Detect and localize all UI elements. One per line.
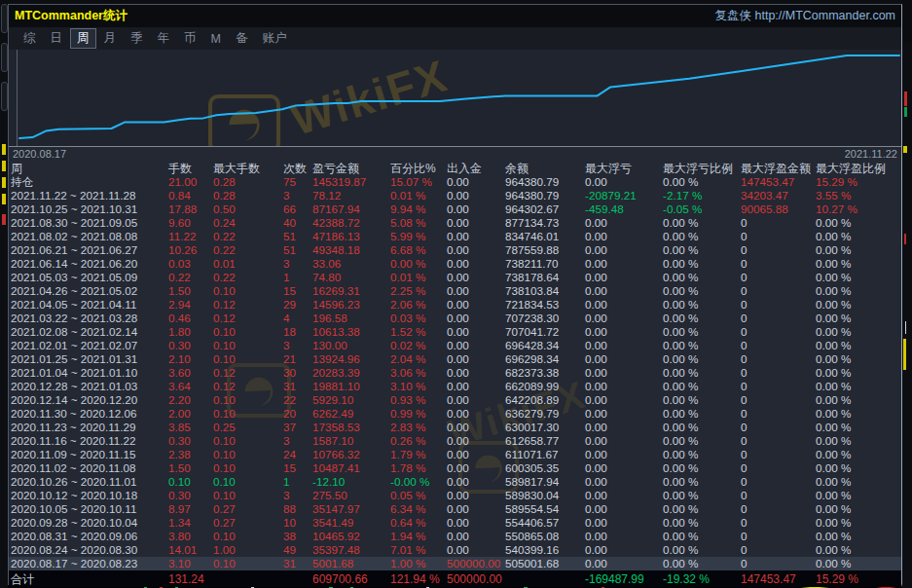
table-cell: 47186.13 xyxy=(310,230,388,243)
table-header: 周手数最大手数次数盈亏金额百分比%出入金余额最大浮亏最大浮亏比例最大浮盈金额最大… xyxy=(9,161,901,175)
table-cell: 0.00 xyxy=(445,434,503,448)
table-cell: 0.00 % xyxy=(814,516,901,530)
table-row[interactable]: 2020.10.12 ~ 2020.10.180.300.103275.500.… xyxy=(9,489,901,502)
table-cell: 15 xyxy=(281,284,310,298)
table-cell: 6.68 % xyxy=(388,243,445,257)
table-cell: 88 xyxy=(281,502,310,516)
menu-item-季[interactable]: 季 xyxy=(124,28,150,49)
period-cell: 2020.11.02 ~ 2020.11.08 xyxy=(9,461,166,475)
table-cell: 0.00 % xyxy=(661,489,739,502)
table-row[interactable]: 2020.08.24 ~ 2020.08.3014.011.004935397.… xyxy=(9,543,901,557)
table-row[interactable]: 2020.09.28 ~ 2020.10.041.340.27103541.49… xyxy=(9,516,901,530)
table-cell: 0.00 xyxy=(583,380,661,393)
menu-item-周[interactable]: 周 xyxy=(70,28,96,49)
brand-link[interactable]: 复盘侠 http://MTCommander.com xyxy=(715,8,895,24)
table-row[interactable]: 2020.08.31 ~ 2020.09.063.800.103810465.9… xyxy=(9,530,901,543)
table-cell: 0.00 % xyxy=(661,461,739,475)
table-cell: 6262.49 xyxy=(310,407,388,421)
table-cell: 636279.79 xyxy=(503,407,583,421)
table-row[interactable]: 2020.11.02 ~ 2020.11.081.500.101510487.4… xyxy=(9,461,901,475)
period-cell: 2020.12.28 ~ 2021.01.03 xyxy=(9,380,166,393)
total-cell: 131.24 xyxy=(166,572,211,586)
table-cell: 6.34 % xyxy=(388,502,445,516)
period-cell: 2021.05.03 ~ 2021.05.09 xyxy=(9,271,166,284)
total-cell: 121.94 % xyxy=(388,572,445,586)
table-row[interactable]: 2021.08.02 ~ 2021.08.0811.220.225147186.… xyxy=(9,230,901,243)
table-cell: 42388.72 xyxy=(310,216,388,230)
table-cell: 0.00 xyxy=(583,216,661,230)
table-row[interactable]: 2020.10.05 ~ 2020.10.118.970.278835147.9… xyxy=(9,502,901,516)
table-cell: 600305.35 xyxy=(503,461,583,475)
table-cell: 0.10 xyxy=(211,489,281,502)
menu-item-币[interactable]: 币 xyxy=(177,28,203,49)
table-row[interactable]: 2021.08.30 ~ 2021.09.059.600.244042388.7… xyxy=(9,216,901,230)
table-cell: 0.00 % xyxy=(661,284,739,298)
menu-item-综[interactable]: 综 xyxy=(17,28,43,49)
table-cell: 0.00 % xyxy=(814,393,901,407)
table-cell: 0.00 % xyxy=(814,271,901,284)
table-cell: 0.00 % xyxy=(814,421,901,434)
table-row[interactable]: 2021.06.21 ~ 2021.06.2710.260.225149348.… xyxy=(9,243,901,257)
menu-item-M[interactable]: M xyxy=(204,30,228,48)
table-row[interactable]: 2020.10.26 ~ 2020.11.010.100.101-12.10-0… xyxy=(9,475,901,489)
table-cell: 0.00 % xyxy=(814,502,901,516)
table-cell: 0 xyxy=(739,243,814,257)
period-cell: 2021.01.04 ~ 2021.01.10 xyxy=(9,366,166,380)
menu-item-日[interactable]: 日 xyxy=(44,28,70,49)
table-cell: 1.80 xyxy=(166,325,211,339)
table-cell: 0.10 xyxy=(211,530,281,543)
period-cell: 2020.08.31 ~ 2020.09.06 xyxy=(9,530,166,543)
table-cell: 51 xyxy=(281,230,310,243)
table-cell: 0.12 xyxy=(211,312,281,325)
table-row[interactable]: 2021.02.01 ~ 2021.02.070.300.103130.000.… xyxy=(9,339,901,352)
table-row[interactable]: 2021.01.25 ~ 2021.01.312.100.102113924.9… xyxy=(9,352,901,366)
table-row[interactable]: 2021.01.04 ~ 2021.01.103.600.123020283.3… xyxy=(9,366,901,380)
table-row[interactable]: 2021.10.25 ~ 2021.10.3117.880.506687167.… xyxy=(9,202,901,216)
table-cell: 1.78 % xyxy=(388,461,445,475)
table-cell: 0.00 xyxy=(445,448,503,461)
table-row[interactable]: 2020.11.30 ~ 2020.12.062.000.10206262.49… xyxy=(9,407,901,421)
period-cell: 2021.04.05 ~ 2021.04.11 xyxy=(9,298,166,312)
menu-item-年[interactable]: 年 xyxy=(151,28,177,49)
table-cell: 0.00 % xyxy=(661,175,739,189)
table-cell: 1587.10 xyxy=(310,434,388,448)
table-row[interactable]: 2021.06.14 ~ 2021.06.200.030.01333.060.0… xyxy=(9,257,901,271)
table-row[interactable]: 持仓21.000.2875145319.8715.07 %0.00964380.… xyxy=(9,175,901,189)
table-row[interactable]: 2021.04.05 ~ 2021.04.112.940.122914596.2… xyxy=(9,298,901,312)
table-row[interactable]: 2020.12.14 ~ 2020.12.202.200.10225929.10… xyxy=(9,393,901,407)
table-cell: 0.10 xyxy=(211,557,281,570)
table-row[interactable]: 2020.11.23 ~ 2020.11.293.850.253717358.5… xyxy=(9,421,901,434)
table-cell: 630017.30 xyxy=(503,421,583,434)
table-row[interactable]: 2021.04.26 ~ 2021.05.021.500.101516269.3… xyxy=(9,284,901,298)
table-row[interactable]: 2021.02.08 ~ 2021.02.141.800.101810613.3… xyxy=(9,325,901,339)
table-cell: 20 xyxy=(281,407,310,421)
table-row[interactable]: 2021.03.22 ~ 2021.03.280.460.124196.580.… xyxy=(9,312,901,325)
menu-item-账户[interactable]: 账户 xyxy=(255,28,293,49)
table-cell: 75 xyxy=(281,175,310,189)
table-cell: 10.26 xyxy=(166,243,211,257)
column-header-2: 最大手数 xyxy=(211,162,281,175)
edge-artifact xyxy=(2,214,6,225)
menu-item-月[interactable]: 月 xyxy=(97,28,124,49)
table-cell: 0.00 xyxy=(583,284,661,298)
table-cell: 0.00 xyxy=(445,489,503,502)
table-cell: 0.00 % xyxy=(661,243,739,257)
table-cell: 10766.32 xyxy=(310,448,388,461)
period-cell: 2020.08.24 ~ 2020.08.30 xyxy=(9,543,166,557)
table-cell: 0.00 xyxy=(583,366,661,380)
menu-item-备[interactable]: 备 xyxy=(229,28,255,49)
table-row[interactable]: 2020.08.17 ~ 2020.08.233.100.10315001.68… xyxy=(9,557,901,570)
table-cell: 66 xyxy=(281,202,310,216)
table-cell: 0.00 % xyxy=(814,407,901,421)
table-row[interactable]: 2021.05.03 ~ 2021.05.090.220.22174.800.0… xyxy=(9,271,901,284)
table-cell: 0 xyxy=(739,516,814,530)
table-cell: 15.29 % xyxy=(814,175,901,189)
table-cell: 1.50 xyxy=(166,461,211,475)
table-row[interactable]: 2020.11.16 ~ 2020.11.220.300.1031587.100… xyxy=(9,434,901,448)
table-row[interactable]: 2020.12.28 ~ 2021.01.033.640.123119881.1… xyxy=(9,380,901,393)
title-bar[interactable]: MTCommander统计 复盘侠 http://MTCommander.com xyxy=(9,5,901,27)
table-cell: 5001.68 xyxy=(310,557,388,570)
table-row[interactable]: 2020.11.09 ~ 2020.11.152.380.102410766.3… xyxy=(9,448,901,461)
table-cell: 3 xyxy=(281,257,310,271)
table-row[interactable]: 2021.11.22 ~ 2021.11.280.840.28378.120.0… xyxy=(9,189,901,202)
